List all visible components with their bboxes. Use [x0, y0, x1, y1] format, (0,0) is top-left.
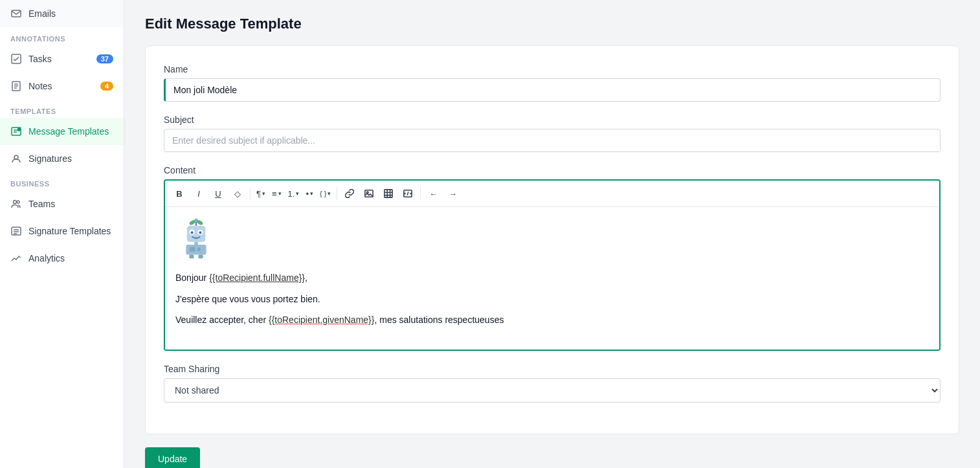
link-button[interactable] — [340, 184, 359, 203]
toolbar-divider-2 — [337, 187, 337, 200]
table-button[interactable] — [379, 184, 397, 203]
teams-icon — [10, 198, 22, 210]
sidebar-item-analytics[interactable]: Analytics — [0, 245, 124, 272]
svg-rect-23 — [194, 242, 198, 245]
image-button[interactable] — [360, 184, 378, 203]
content-line-2[interactable]: J'espère que vous vous portez bien. — [175, 292, 929, 306]
sidebar-item-message-templates[interactable]: + Message Templates — [0, 118, 124, 145]
paragraph-button[interactable]: ¶ ▾ — [254, 184, 268, 203]
editor-container: B I U ◇ ¶ ▾ ≡ ▾ 1. ▾ — [164, 179, 941, 351]
sidebar-item-analytics-label: Analytics — [28, 253, 65, 263]
sidebar-item-signatures-label: Signatures — [28, 153, 72, 164]
templates-section-label: TEMPLATES — [0, 100, 124, 118]
align-button[interactable]: ≡ ▾ — [269, 184, 284, 203]
svg-point-7 — [14, 201, 17, 204]
content-line-3[interactable]: Veuillez accepter, cher {{toRecipient.gi… — [175, 313, 929, 327]
analytics-icon — [10, 252, 22, 264]
italic-button[interactable]: I — [190, 184, 208, 203]
notes-icon — [10, 80, 22, 92]
editor-toolbar: B I U ◇ ¶ ▾ ≡ ▾ 1. ▾ — [165, 181, 939, 207]
robot-mascot — [175, 217, 217, 259]
robot-image-container — [175, 217, 929, 271]
bold-button[interactable]: B — [170, 184, 188, 203]
tasks-badge: 37 — [96, 54, 113, 63]
clear-format-button[interactable]: ◇ — [228, 184, 247, 203]
sidebar-item-teams-label: Teams — [28, 199, 55, 209]
redo-button[interactable]: → — [443, 184, 462, 203]
undo-button[interactable]: ← — [424, 184, 442, 203]
svg-rect-28 — [199, 255, 203, 259]
name-group: Name — [164, 64, 941, 102]
team-sharing-select[interactable]: Not shared — [164, 378, 941, 403]
unordered-list-button[interactable]: • ▾ — [303, 184, 316, 203]
sidebar-item-emails[interactable]: Emails — [0, 0, 124, 27]
annotations-section-label: ANNOTATIONS — [0, 27, 124, 45]
content-group: Content B I U ◇ ¶ ▾ ≡ ▾ — [164, 165, 941, 351]
sidebar-item-signature-templates[interactable]: Signature Templates — [0, 217, 124, 245]
subject-group: Subject — [164, 115, 941, 152]
business-section-label: BUSINESS — [0, 172, 124, 190]
signatures-icon — [10, 153, 22, 164]
page-title: Edit Message Template — [145, 16, 959, 32]
sidebar-item-message-templates-label: Message Templates — [28, 126, 109, 137]
svg-rect-18 — [187, 226, 205, 242]
sidebar: Emails ANNOTATIONS Tasks 37 Notes 4 TEMP… — [0, 0, 124, 468]
svg-point-8 — [17, 201, 19, 203]
signature-templates-icon — [10, 225, 22, 237]
subject-label: Subject — [164, 115, 941, 125]
toolbar-divider-1 — [250, 187, 251, 200]
embed-button[interactable] — [399, 184, 417, 203]
svg-point-11 — [367, 192, 369, 194]
sidebar-item-emails-label: Emails — [28, 8, 56, 19]
snippet-button[interactable]: { } ▾ — [317, 184, 333, 203]
svg-point-6 — [14, 155, 18, 159]
svg-rect-12 — [384, 190, 392, 197]
team-sharing-group: Team Sharing Not shared — [164, 364, 941, 403]
sidebar-item-tasks-label: Tasks — [28, 54, 52, 64]
toolbar-divider-3 — [420, 187, 421, 200]
update-button[interactable]: Update — [145, 447, 200, 468]
svg-point-22 — [199, 231, 201, 234]
message-templates-icon: + — [10, 126, 22, 137]
sidebar-item-teams[interactable]: Teams — [0, 190, 124, 217]
editor-content[interactable]: Bonjour {{toRecipient.fullName}}, J'espè… — [165, 207, 939, 350]
content-label: Content — [164, 165, 941, 175]
sidebar-item-signatures[interactable]: Signatures — [0, 145, 124, 172]
subject-input[interactable] — [164, 129, 941, 152]
underline-button[interactable]: U — [209, 184, 227, 203]
notes-badge: 4 — [100, 82, 113, 91]
template-var-givenname: {{toRecipient.givenName}} — [269, 315, 374, 325]
name-input[interactable] — [164, 78, 941, 102]
team-sharing-label: Team Sharing — [164, 364, 941, 374]
tasks-icon — [10, 53, 22, 65]
sidebar-item-tasks[interactable]: Tasks 37 — [0, 45, 124, 72]
template-var-fullname: {{toRecipient.fullName}} — [209, 273, 305, 283]
svg-rect-24 — [186, 245, 206, 255]
sidebar-item-notes[interactable]: Notes 4 — [0, 72, 124, 100]
sidebar-item-signature-templates-label: Signature Templates — [28, 226, 111, 236]
svg-rect-27 — [189, 255, 194, 259]
emails-icon — [10, 8, 22, 19]
svg-point-26 — [197, 247, 201, 251]
form-card: Name Subject Content B I U ◇ ¶ — [145, 45, 959, 434]
svg-rect-25 — [190, 247, 195, 252]
svg-point-21 — [190, 231, 193, 234]
name-label: Name — [164, 64, 941, 74]
main-content: Edit Message Template Name Subject Conte… — [124, 0, 980, 468]
sidebar-item-notes-label: Notes — [28, 81, 52, 91]
content-line-1[interactable]: Bonjour {{toRecipient.fullName}}, — [175, 271, 929, 285]
svg-rect-0 — [12, 10, 21, 17]
ordered-list-button[interactable]: 1. ▾ — [285, 184, 302, 203]
